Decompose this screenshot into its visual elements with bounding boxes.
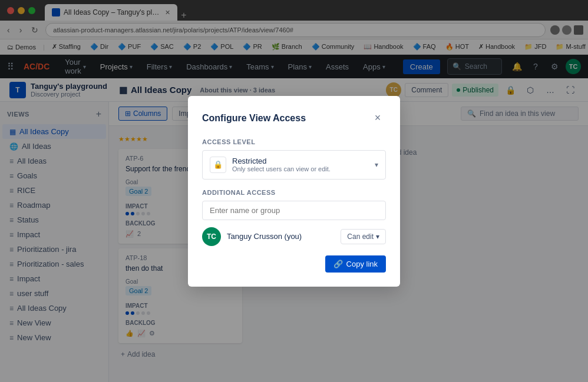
copy-link-button[interactable]: 🔗 Copy link	[325, 255, 386, 273]
access-dropdown[interactable]: 🔒 Restricted Only select users can view …	[202, 150, 386, 180]
can-edit-button[interactable]: Can edit ▾	[341, 229, 386, 244]
access-level-label: ACCESS LEVEL	[202, 138, 386, 145]
configure-view-access-modal: Configure View Access × ACCESS LEVEL 🔒 R…	[188, 96, 400, 287]
modal-header: Configure View Access ×	[202, 110, 386, 127]
additional-access-label: ADDITIONAL ACCESS	[202, 189, 386, 196]
lock-icon-box: 🔒	[210, 157, 226, 173]
link-icon: 🔗	[333, 260, 343, 268]
access-title: Restricted	[232, 157, 369, 165]
user-avatar: TC	[202, 227, 221, 246]
lock-icon: 🔒	[213, 160, 223, 169]
modal-overlay[interactable]: Configure View Access × ACCESS LEVEL 🔒 R…	[0, 0, 588, 382]
user-row: TC Tanguy Crusson (you) Can edit ▾	[202, 227, 386, 246]
modal-close-button[interactable]: ×	[369, 110, 386, 127]
access-info: Restricted Only select users can view or…	[232, 157, 369, 172]
modal-footer: 🔗 Copy link	[202, 255, 386, 273]
name-group-input[interactable]	[202, 201, 386, 220]
can-edit-label: Can edit	[347, 232, 374, 241]
can-edit-chevron-icon: ▾	[376, 232, 379, 241]
user-name: Tanguy Crusson (you)	[227, 232, 335, 241]
dropdown-chevron-icon: ▾	[375, 161, 378, 169]
copy-link-label: Copy link	[346, 260, 378, 268]
modal-title: Configure View Access	[202, 113, 306, 124]
access-description: Only select users can view or edit.	[232, 165, 369, 172]
